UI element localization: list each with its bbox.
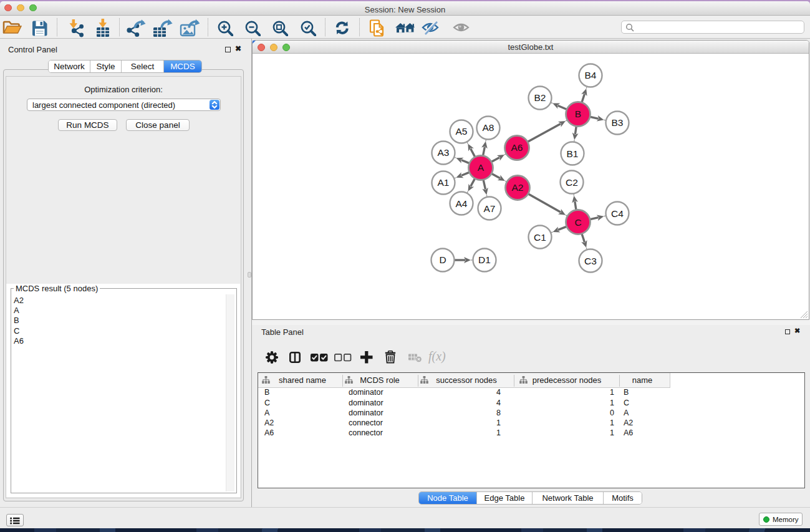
svg-text:C: C — [574, 217, 581, 228]
svg-text:C3: C3 — [584, 256, 597, 266]
svg-text:C4: C4 — [611, 208, 624, 219]
svg-text:C1: C1 — [534, 232, 546, 243]
svg-text:B1: B1 — [567, 148, 579, 159]
svg-text:A4: A4 — [456, 198, 468, 209]
svg-text:A7: A7 — [484, 203, 496, 214]
svg-text:A: A — [478, 162, 485, 173]
svg-text:D: D — [439, 254, 446, 265]
svg-text:D1: D1 — [478, 254, 491, 265]
svg-text:A1: A1 — [438, 177, 450, 188]
svg-text:A3: A3 — [438, 147, 450, 158]
svg-text:B3: B3 — [612, 117, 624, 128]
svg-text:A5: A5 — [456, 126, 468, 137]
svg-text:A6: A6 — [511, 142, 523, 153]
svg-text:B: B — [575, 109, 581, 119]
svg-text:B2: B2 — [534, 92, 546, 103]
svg-text:A2: A2 — [512, 182, 524, 193]
svg-text:B4: B4 — [585, 70, 597, 80]
svg-text:C2: C2 — [566, 177, 578, 188]
svg-text:A8: A8 — [483, 122, 494, 133]
